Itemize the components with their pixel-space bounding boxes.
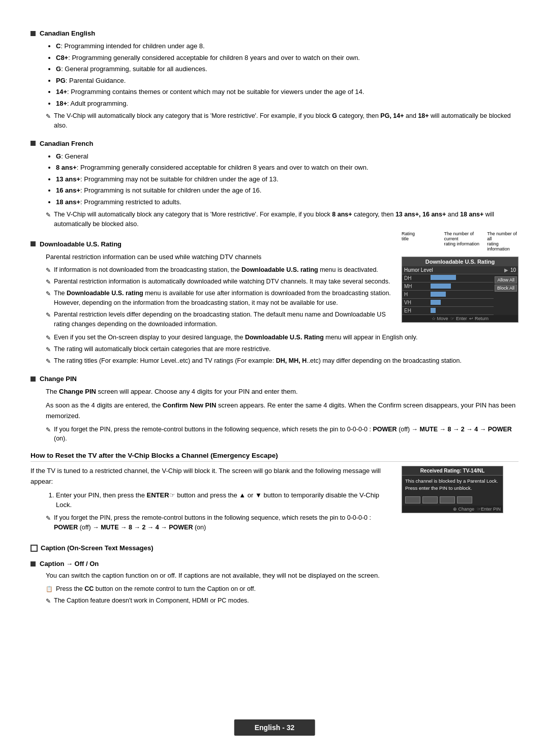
emergency-widget-footer: ⊕ Change ☞Enter PIN	[402, 506, 503, 513]
section-bullet-icon	[30, 31, 36, 36]
canadian-english-note: ✎ The V-Chip will automatically block an…	[46, 111, 518, 131]
rating-bar-cell	[429, 291, 494, 299]
pin-input-3[interactable]	[440, 496, 455, 503]
downloadable-body: Parental restriction information can be …	[46, 252, 391, 263]
pin-input-4[interactable]	[457, 496, 472, 503]
rating-bar	[431, 300, 441, 305]
change-pin-body2: As soon as the 4 digits are entered, the…	[46, 400, 518, 422]
downloadable-note-6: ✎ The rating will automatically block ce…	[46, 344, 518, 354]
downloadable-tv-screen: Downloadable U.S. Rating Humor Level ▶ 1…	[402, 257, 518, 323]
note-text: The V-Chip will automatically block any …	[54, 210, 518, 229]
emergency-steps: Enter your PIN, then press the ENTER☞ bu…	[56, 490, 391, 510]
rating-bar	[431, 308, 436, 313]
caption-subsection-header: Caption → Off / On	[30, 560, 518, 568]
pin-input-2[interactable]	[422, 496, 438, 503]
table-row: H	[402, 291, 494, 299]
emergency-section: How to Reset the TV after the V-Chip Blo…	[30, 452, 518, 534]
note-text: If information is not downloaded from th…	[54, 265, 391, 275]
emergency-widget-inputs	[402, 494, 503, 506]
note-text: If you forget the PIN, press the remote-…	[54, 425, 518, 444]
emergency-widget-header: Received Rating: TV-14/NL	[402, 466, 503, 476]
note-text: Even if you set the On-screen display to…	[54, 333, 518, 342]
tv-widget-value: 10	[510, 267, 516, 273]
note-text: Parental restriction information is auto…	[54, 277, 391, 287]
section-bullet-icon	[30, 141, 36, 146]
change-pin-header: Change PIN	[30, 375, 518, 383]
widget-label-rating-title: Rating title	[402, 231, 421, 251]
caption-title: Caption (On-Screen Text Messages)	[41, 544, 154, 552]
pin-input-1[interactable]	[405, 496, 420, 503]
downloadable-header: Downloadable U.S. Rating	[30, 240, 391, 248]
canadian-french-title: Canadian French	[40, 140, 93, 147]
canadian-english-header: Canadian English	[30, 29, 518, 37]
note-icon: ✎	[46, 289, 51, 298]
rating-bar	[431, 292, 446, 297]
note-icon: ✎	[46, 345, 51, 354]
note-text: The rating titles (For example: Humor Le…	[54, 356, 518, 366]
list-item: 18 ans+: Programming restricted to adult…	[56, 197, 518, 207]
note-text: The rating will automatically block cert…	[54, 344, 518, 354]
note-icon: ✎	[46, 210, 51, 219]
list-item: Enter your PIN, then press the ENTER☞ bu…	[56, 490, 391, 510]
table-row: DH	[402, 274, 494, 282]
tv-widget-arrow: ▶	[504, 267, 508, 273]
canadian-english-title: Canadian English	[40, 29, 95, 37]
block-all-button[interactable]: Block All	[495, 285, 517, 292]
downloadable-note-2: ✎ Parental restriction information is au…	[46, 277, 391, 287]
note-icon: ✎	[46, 266, 51, 275]
note-icon: ✎	[46, 596, 51, 606]
downloadable-note-5: ✎ Even if you set the On-screen display …	[46, 333, 518, 342]
rating-bar-cell	[429, 274, 494, 282]
downloadable-note-3: ✎ The Downloadable U.S. rating menu is a…	[46, 289, 391, 308]
emergency-left: If the TV is tuned to a restricted chann…	[30, 466, 391, 534]
emergency-body: If the TV is tuned to a restricted chann…	[30, 466, 391, 487]
list-item: 8 ans+: Programming generally considered…	[56, 163, 518, 173]
list-item: 14+: Programming contains themes or cont…	[56, 87, 518, 97]
note-text: If you forget the PIN, press the remote-…	[54, 513, 391, 532]
rating-label: DH	[402, 274, 429, 282]
list-item: 18+: Adult programming.	[56, 99, 518, 109]
emergency-tv-screen: Received Rating: TV-14/NL This channel i…	[402, 466, 503, 513]
rating-label: EH	[402, 307, 429, 315]
emergency-title: How to Reset the TV after the V-Chip Blo…	[30, 452, 518, 462]
downloadable-section: Downloadable U.S. Rating Parental restri…	[30, 231, 518, 331]
note-icon: ✎	[46, 310, 51, 320]
emergency-widget-body: This channel is blocked by a Parental Lo…	[402, 476, 503, 494]
downloadable-widget: Rating title The number of currentrating…	[402, 231, 518, 323]
rating-label: H	[402, 291, 429, 299]
caption-note-2: ✎ The Caption feature doesn't work in Co…	[46, 596, 518, 606]
note-icon: ✎	[46, 514, 51, 523]
change-pin-body1: The Change PIN screen will appear. Choos…	[46, 387, 518, 397]
page-footer: English - 32	[234, 719, 315, 736]
widget-label-current: The number of currentrating information	[444, 231, 484, 251]
rating-bar-cell	[429, 299, 494, 307]
canadian-french-bullets: G: General 8 ans+: Programming generally…	[56, 151, 518, 207]
rating-bar-cell	[429, 307, 494, 315]
emergency-two-col: If the TV is tuned to a restricted chann…	[30, 466, 518, 534]
note-icon: ✎	[46, 357, 51, 366]
tv-widget-title: Downloadable U.S. Rating	[402, 257, 518, 266]
tv-widget-rows: DH MH H VH E	[402, 274, 494, 316]
tv-widget-buttons: Allow All Block All	[494, 274, 518, 316]
note-icon: ✎	[46, 277, 51, 287]
list-item: 16 ans+: Programming is not suitable for…	[56, 185, 518, 196]
note-text: The Downloadable U.S. rating menu is ava…	[54, 289, 391, 308]
caption-heading: Caption (On-Screen Text Messages)	[30, 544, 518, 552]
tv-widget-row-label: Humor Level	[404, 267, 504, 273]
change-pin-title: Change PIN	[40, 375, 77, 383]
note-text: The Caption feature doesn't work in Comp…	[54, 596, 518, 606]
note-icon: ✎	[46, 333, 51, 342]
downloadable-note-4: ✎ Parental restriction levels differ dep…	[46, 310, 391, 329]
rating-label: MH	[402, 282, 429, 291]
tv-widget-footer: ☆ Move ☞ Enter ↩ Return	[402, 315, 518, 322]
rating-bar	[431, 284, 451, 289]
list-item: C: Programming intended for children und…	[56, 41, 518, 51]
change-pin-note: ✎ If you forget the PIN, press the remot…	[46, 425, 518, 444]
emergency-note: ✎ If you forget the PIN, press the remot…	[46, 513, 391, 532]
list-item: G: General programming, suitable for all…	[56, 64, 518, 74]
downloadable-left: Downloadable U.S. Rating Parental restri…	[30, 231, 391, 331]
widget-label-all: The number of allrating information	[487, 231, 518, 251]
downloadable-note-7: ✎ The rating titles (For example: Humor …	[46, 356, 518, 366]
allow-all-button[interactable]: Allow All	[495, 276, 517, 284]
note-text: Parental restriction levels differ depen…	[54, 310, 391, 329]
